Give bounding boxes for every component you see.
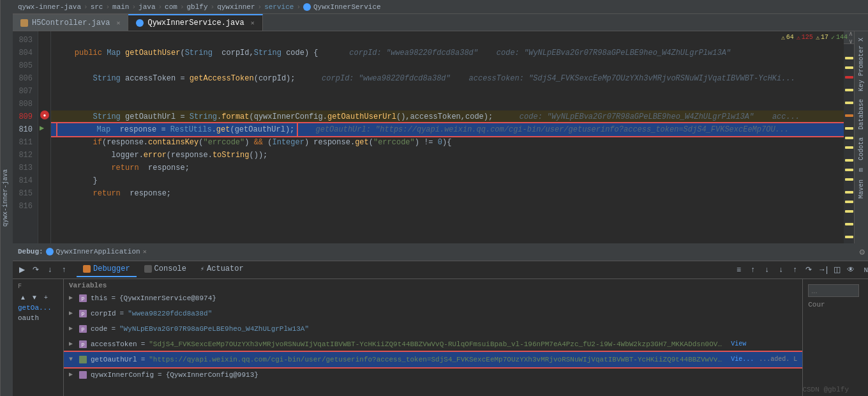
frames-up-button[interactable]: ↑ [746,263,759,276]
var-type-icon-code: p [79,325,87,333]
warning-badge: ⚠ 64 [781,34,794,42]
variables-header: Variables [64,280,802,291]
frames-up-btn[interactable]: ▲ [18,293,28,303]
actuator-icon: ⚡ [200,265,204,273]
marker-warn-1 [845,57,853,59]
variables-panel: Variables ▶ p this = {QywxInnerService@8… [64,279,802,396]
var-row-config[interactable]: ▶ qywxInnerConfig = {QywxInnerConfig@991… [64,367,802,383]
badge-strip: ⚠ 64 ⚠ 125 ⚠ 17 ✓ 144 ∧ ∨ [844,31,854,44]
settings-icon[interactable]: ⚙ [859,247,864,257]
marker-warn-12 [845,201,853,203]
debug-arrow-icon: ▶ [40,123,44,133]
debug-search-input[interactable] [808,284,859,297]
line-numbers: 803 804 805 806 807 808 809 810 811 812 … [13,31,38,243]
tab-console[interactable]: Console [138,262,193,277]
codota-label[interactable]: Codota [857,133,866,164]
marker-warn-8 [845,159,853,162]
cour-label: Cour [805,300,868,310]
tab-qywxinnerservice[interactable]: QywxInnerService.java ✕ [128,14,262,31]
marker-warn-5 [845,127,853,130]
debug-session-icon [46,248,54,255]
var-row-accesstoken[interactable]: ▶ p accessToken = "SdjS4_FVKSexcEeMp7OUz… [64,337,802,352]
frame-item-0[interactable]: getOa... [15,304,61,314]
breakpoint-icon[interactable]: ● [40,110,49,119]
code-line-811: if(response.containsKey("errcode") && (I… [51,136,844,149]
frames-panel: F ▲ ▼ + getOa... oauth [13,279,64,396]
step-out-button[interactable]: ↑ [57,263,70,276]
debug-search-area [805,282,868,300]
key-promoter-label[interactable]: Key Promoter X [857,34,866,95]
watch-button[interactable]: 👁 [844,263,857,276]
resume-button[interactable]: ▶ [15,263,28,276]
marker-warn-7 [845,146,853,149]
step-btn3[interactable]: ↷ [802,263,815,276]
gutter: ● ▶ [38,31,51,243]
marker-warn-13 [845,210,853,213]
code-line-805 [51,59,844,72]
step-into-button[interactable]: ↓ [43,263,56,276]
marker-err-1 [845,76,853,79]
code-line-812: logger.error(response.toString()); [51,149,844,162]
marker-warn-11 [845,191,853,194]
var-row-code[interactable]: ▶ p code = "WyNLpEBva2Gr07R98aGPeLBE9heo… [64,321,802,337]
marker-warn-4 [845,102,853,104]
frames-down-button[interactable]: ↓ [760,263,773,276]
tab-debugger[interactable]: Debugger [77,262,137,277]
run-to-cursor-button[interactable]: →| [816,263,829,276]
debug-session-title: QywxInnerApplication [56,248,140,255]
view-frames-button[interactable]: ≡ [732,263,745,276]
csdn-watermark: CSDN @gblfy [802,386,849,393]
view-link-at[interactable]: View [731,338,746,351]
code-line-809: String getOauthUrl = String.format(qywxI… [51,110,844,123]
right-marker-strip: ⚠ 64 ⚠ 125 ⚠ 17 ✓ 144 ∧ ∨ [844,31,854,243]
evaluate-button[interactable]: ◫ [830,263,843,276]
m-label[interactable]: m [857,164,866,176]
code-line-804: public Map getOauthUser(String corpId,St… [51,47,844,59]
marker-warn-10 [845,178,853,181]
var-type-icon-at: p [79,340,87,348]
right-vertical-labels: Key Promoter X Database Codota m Maven [854,31,868,243]
frames-down-btn[interactable]: ▼ [29,293,40,303]
var-row-corpid[interactable]: ▶ p corpId = "wwea98220fdcd8a38d" [64,306,802,321]
code-line-815: return response; [51,187,844,200]
step-btn1[interactable]: ↓ [774,263,787,276]
var-row-getoauthurl[interactable]: ▼ getOauthUrl = "https://qyapi.weixin.qq… [64,352,802,367]
var-type-icon-corpid: p [79,310,87,317]
close-tab-qywxinnerservice[interactable]: ✕ [251,19,255,27]
tab-h5controller[interactable]: H5Controller.java ✕ [13,14,128,31]
var-row-this[interactable]: ▶ p this = {QywxInnerService@8974} [64,291,802,306]
code-line-813: return response; [51,162,844,174]
frame-item-1[interactable]: oauth [15,314,61,324]
error-badge: ⚠ 125 [797,34,813,42]
view-link-url[interactable]: Vie... [731,353,754,366]
step-btn2[interactable]: ↑ [788,263,801,276]
close-tab-h5controller[interactable]: ✕ [116,19,120,27]
frames-add-btn[interactable]: + [41,293,51,303]
code-line-806: String accessToken = getAccessToken(corp… [51,72,844,85]
maven-label[interactable]: Maven [857,176,866,202]
code-line-808 [51,98,844,110]
debugger-icon [83,265,91,273]
marker-warn-2 [845,66,853,69]
java-icon [20,19,28,27]
ok-badge: ✓ 144 [831,34,848,42]
database-label[interactable]: Database [857,95,866,133]
code-area: public Map getOauthUser(String corpId,St… [51,31,844,243]
step-over-button[interactable]: ↷ [29,263,42,276]
debug-header: Debug: QywxInnerApplication ✕ ⚙ − [13,243,868,261]
close-debug-session[interactable]: ✕ [143,248,147,255]
debug-right-panel: Cour [802,279,868,396]
spring-icon [136,19,144,27]
console-icon [144,265,152,273]
project-label[interactable]: qywx-inner-java [0,0,13,396]
marker-warn-14 [845,223,853,225]
tabs-bar: H5Controller.java ✕ QywxInnerService.jav… [13,14,868,31]
tab-actuator[interactable]: ⚡ Actuator [194,262,250,277]
marker-warn-3 [845,89,853,91]
marker-warn-15 [845,236,853,238]
marker-warn-6 [845,137,853,139]
code-line-816 [51,200,844,213]
debug-right-toolbar: ≡ ↑ ↓ ↓ ↑ ↷ →| ◫ 👁 N ∨ [732,263,868,276]
code-line-814: } [51,174,844,187]
code-line-807 [51,85,844,98]
